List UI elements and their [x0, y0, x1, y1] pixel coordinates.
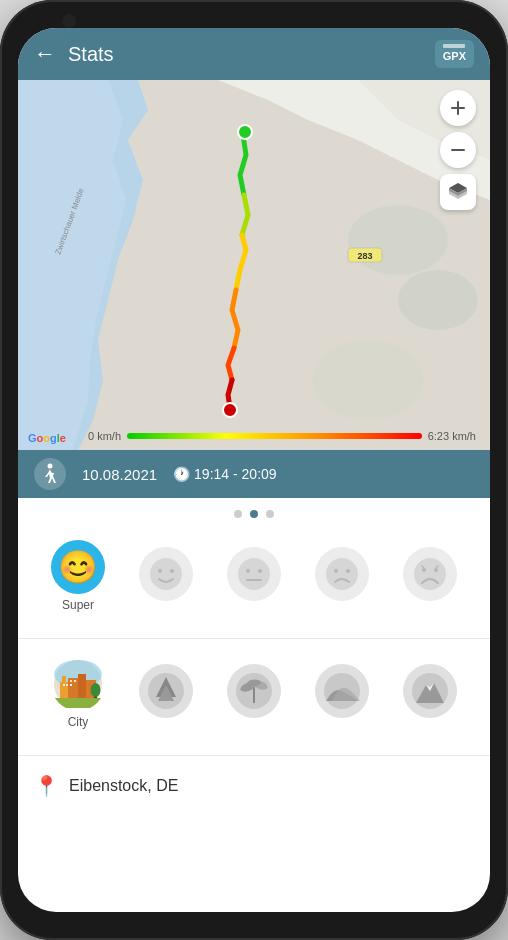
landscape-row: City [34, 651, 474, 735]
svg-point-20 [326, 558, 358, 590]
gpx-export-button[interactable]: GPX [435, 40, 474, 67]
svg-point-3 [313, 340, 423, 420]
mountain-icon-circle[interactable] [403, 664, 457, 718]
zoom-out-button[interactable] [440, 132, 476, 168]
location-text: Eibenstock, DE [69, 777, 178, 795]
svg-point-1 [348, 205, 448, 275]
phone-shell: ← Stats GPX [0, 0, 508, 940]
divider-2 [18, 755, 490, 756]
page-title: Stats [68, 43, 435, 66]
svg-rect-29 [62, 676, 66, 684]
layers-button[interactable] [440, 174, 476, 210]
svg-rect-37 [70, 684, 72, 686]
svg-rect-31 [78, 674, 86, 700]
emotions-section: 😊 Super [18, 526, 490, 634]
emoji-sad[interactable] [315, 547, 369, 601]
emoji-neutral[interactable] [227, 547, 281, 601]
location-pin-icon: 📍 [34, 774, 59, 798]
emoji-very-sad[interactable] [403, 547, 457, 601]
activity-time: 🕐 19:14 - 20:09 [173, 466, 277, 482]
emoji-item-5[interactable] [403, 547, 457, 605]
landscape-mountain[interactable] [403, 664, 457, 722]
svg-point-16 [238, 558, 270, 590]
activity-icon [34, 458, 66, 490]
emoji-item-1[interactable]: 😊 Super [51, 540, 105, 612]
svg-text:283: 283 [357, 251, 372, 261]
emoji-item-4[interactable] [315, 547, 369, 605]
city-icon-circle[interactable] [51, 657, 105, 711]
svg-point-18 [258, 569, 262, 573]
location-row: 📍 Eibenstock, DE [18, 760, 490, 812]
landscape-city[interactable]: City [51, 657, 105, 729]
landscape-hill[interactable] [315, 664, 369, 722]
camera [62, 14, 76, 28]
svg-point-2 [398, 270, 478, 330]
landscape-forest[interactable] [139, 664, 193, 722]
svg-point-14 [158, 569, 162, 573]
svg-point-13 [150, 558, 182, 590]
svg-point-15 [170, 569, 174, 573]
dot-2[interactable] [250, 510, 258, 518]
svg-rect-33 [63, 684, 65, 686]
svg-rect-30 [68, 678, 78, 700]
activity-date: 10.08.2021 [82, 466, 157, 483]
phone-screen: ← Stats GPX [18, 28, 490, 912]
svg-point-6 [238, 125, 252, 139]
map-controls [440, 90, 476, 210]
svg-point-39 [91, 683, 101, 697]
city-label: City [68, 715, 89, 729]
hill-icon-circle[interactable] [315, 664, 369, 718]
speed-bar-container: 0 km/h 6:23 km/h [88, 430, 476, 442]
landscape-palm[interactable] [227, 664, 281, 722]
forest-icon-circle[interactable] [139, 664, 193, 718]
divider-1 [18, 638, 490, 639]
emoji-row: 😊 Super [34, 534, 474, 618]
svg-point-7 [223, 403, 237, 417]
gpx-icon [443, 44, 465, 48]
svg-point-17 [246, 569, 250, 573]
landscapes-section: City [18, 643, 490, 751]
svg-point-12 [48, 464, 53, 469]
emoji-item-3[interactable] [227, 547, 281, 605]
clock-icon: 🕐 [173, 466, 190, 482]
zoom-button[interactable] [440, 90, 476, 126]
pagination-dots [18, 498, 490, 526]
speed-max-label: 6:23 km/h [428, 430, 476, 442]
svg-rect-40 [54, 698, 102, 708]
svg-point-21 [334, 569, 338, 573]
google-logo: Google [28, 432, 66, 444]
palm-icon-circle[interactable] [227, 664, 281, 718]
svg-rect-36 [74, 680, 76, 682]
svg-point-23 [414, 558, 446, 590]
info-bar: 10.08.2021 🕐 19:14 - 20:09 [18, 450, 490, 498]
dot-1[interactable] [234, 510, 242, 518]
top-bar: ← Stats GPX [18, 28, 490, 80]
map-container[interactable]: 283 Zwirtsc [18, 80, 490, 450]
dot-3[interactable] [266, 510, 274, 518]
svg-rect-35 [70, 680, 72, 682]
emoji-item-2[interactable] [139, 547, 193, 605]
svg-rect-34 [66, 684, 68, 686]
speed-gradient [127, 433, 422, 439]
emoji-good[interactable] [139, 547, 193, 601]
back-button[interactable]: ← [34, 41, 56, 67]
speed-min-label: 0 km/h [88, 430, 121, 442]
emoji-label-super: Super [62, 598, 94, 612]
emoji-super[interactable]: 😊 [51, 540, 105, 594]
svg-point-22 [346, 569, 350, 573]
